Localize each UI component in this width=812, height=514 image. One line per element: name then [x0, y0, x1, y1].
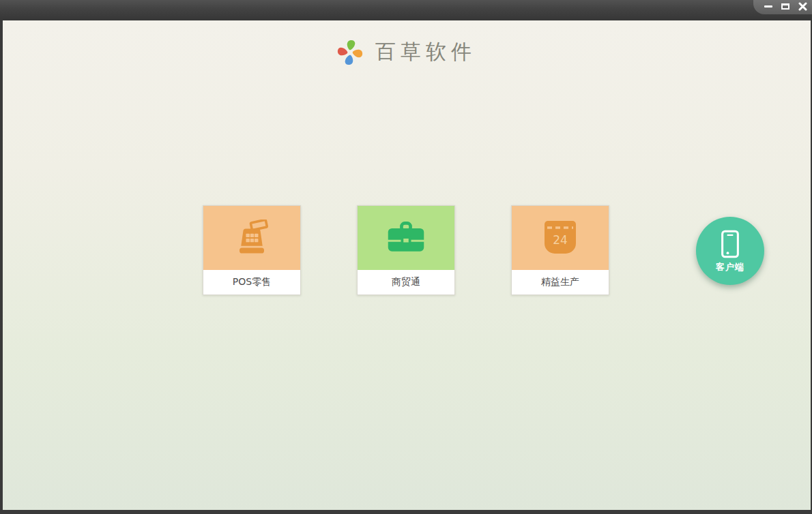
product-card-trade-label: 商贸通: [358, 270, 454, 294]
smartphone-icon: [721, 229, 740, 259]
product-card-lean-label: 精益生产: [512, 270, 609, 294]
app-window: 百草软件 POS零售: [0, 0, 812, 514]
briefcase-icon: [386, 220, 426, 256]
main-content: 百草软件 POS零售: [3, 20, 811, 510]
product-card-lean[interactable]: 24 精益生产: [511, 205, 609, 295]
window-titlebar[interactable]: [0, 0, 812, 20]
product-card-pos-label: POS零售: [203, 270, 300, 294]
product-card-trade-top: [358, 206, 454, 270]
window-controls: [753, 0, 812, 14]
product-card-pos-top: [203, 206, 300, 270]
client-app-button[interactable]: 客户端: [696, 217, 764, 285]
close-button[interactable]: [797, 2, 808, 12]
app-title: 百草软件: [375, 38, 476, 66]
minimize-icon: [764, 5, 772, 7]
maximize-icon: [781, 3, 789, 10]
pinwheel-logo-icon: [337, 40, 363, 65]
maximize-button[interactable]: [780, 2, 791, 12]
client-app-label: 客户端: [716, 261, 744, 273]
product-card-lean-top: 24: [512, 206, 609, 270]
brand-header: 百草软件: [3, 38, 811, 66]
cash-register-icon: [232, 220, 272, 256]
calendar-icon: 24: [544, 221, 577, 255]
calendar-day-number: 24: [553, 233, 568, 247]
product-card-pos[interactable]: POS零售: [203, 205, 301, 295]
product-card-trade[interactable]: 商贸通: [357, 205, 455, 295]
minimize-button[interactable]: [763, 2, 774, 12]
close-icon: [798, 2, 807, 11]
